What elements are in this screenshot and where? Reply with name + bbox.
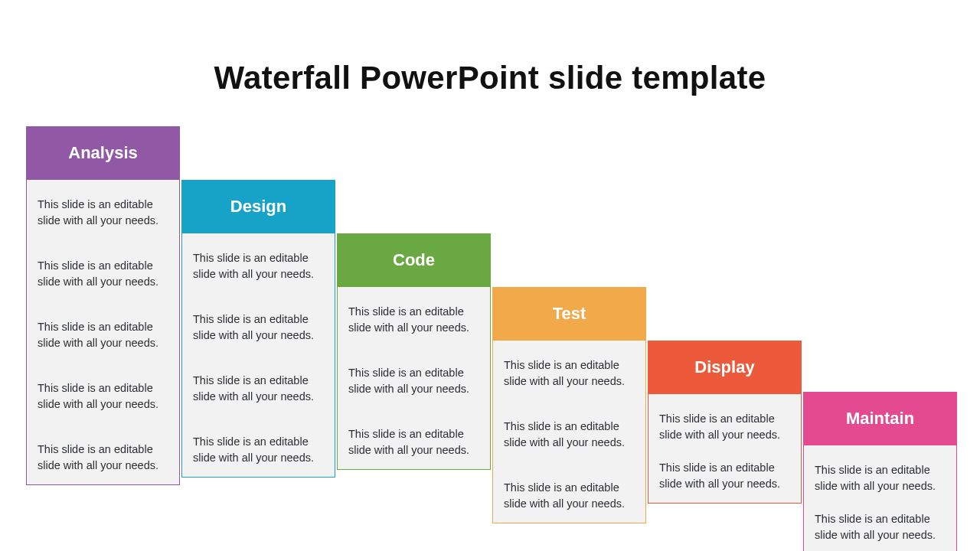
stage-body: This slide is an editable slide with all… bbox=[492, 341, 646, 523]
stage-item: This slide is an editable slide with all… bbox=[38, 319, 168, 351]
stage-item: This slide is an editable slide with all… bbox=[659, 460, 790, 492]
stage-item: This slide is an editable slide with all… bbox=[38, 380, 168, 412]
stage-body: This slide is an editable slide with all… bbox=[337, 287, 491, 470]
page-title: Waterfall PowerPoint slide template bbox=[0, 60, 980, 96]
stage-item: This slide is an editable slide with all… bbox=[815, 511, 946, 543]
stage-header: Code bbox=[337, 233, 491, 287]
stage-code: CodeThis slide is an editable slide with… bbox=[337, 233, 491, 470]
stage-item: This slide is an editable slide with all… bbox=[193, 250, 324, 282]
stage-header: Test bbox=[492, 287, 646, 341]
stage-item: This slide is an editable slide with all… bbox=[348, 426, 479, 458]
stage-analysis: AnalysisThis slide is an editable slide … bbox=[26, 126, 180, 485]
stage-header: Display bbox=[648, 341, 802, 394]
stage-maintain: MaintainThis slide is an editable slide … bbox=[803, 392, 957, 551]
stage-body: This slide is an editable slide with all… bbox=[648, 394, 802, 504]
stage-item: This slide is an editable slide with all… bbox=[38, 258, 168, 290]
stage-item: This slide is an editable slide with all… bbox=[193, 311, 324, 344]
stage-display: DisplayThis slide is an editable slide w… bbox=[648, 341, 802, 504]
stage-body: This slide is an editable slide with all… bbox=[26, 180, 180, 485]
stage-body: This slide is an editable slide with all… bbox=[803, 445, 957, 551]
stage-design: DesignThis slide is an editable slide wi… bbox=[181, 180, 335, 478]
stage-item: This slide is an editable slide with all… bbox=[38, 442, 168, 474]
waterfall-canvas: AnalysisThis slide is an editable slide … bbox=[26, 126, 959, 540]
stage-item: This slide is an editable slide with all… bbox=[38, 197, 168, 229]
stage-item: This slide is an editable slide with all… bbox=[504, 480, 635, 512]
stage-body: This slide is an editable slide with all… bbox=[181, 233, 335, 478]
stage-header: Analysis bbox=[26, 126, 180, 180]
stage-item: This slide is an editable slide with all… bbox=[193, 373, 324, 405]
stage-item: This slide is an editable slide with all… bbox=[504, 419, 635, 451]
stage-header: Maintain bbox=[803, 392, 957, 445]
stage-item: This slide is an editable slide with all… bbox=[348, 304, 479, 336]
stage-test: TestThis slide is an editable slide with… bbox=[492, 287, 646, 523]
stage-item: This slide is an editable slide with all… bbox=[193, 434, 324, 466]
stage-item: This slide is an editable slide with all… bbox=[815, 462, 946, 494]
stage-item: This slide is an editable slide with all… bbox=[348, 365, 479, 397]
stage-header: Design bbox=[181, 180, 335, 233]
stage-item: This slide is an editable slide with all… bbox=[504, 357, 635, 390]
stage-item: This slide is an editable slide with all… bbox=[659, 411, 790, 443]
